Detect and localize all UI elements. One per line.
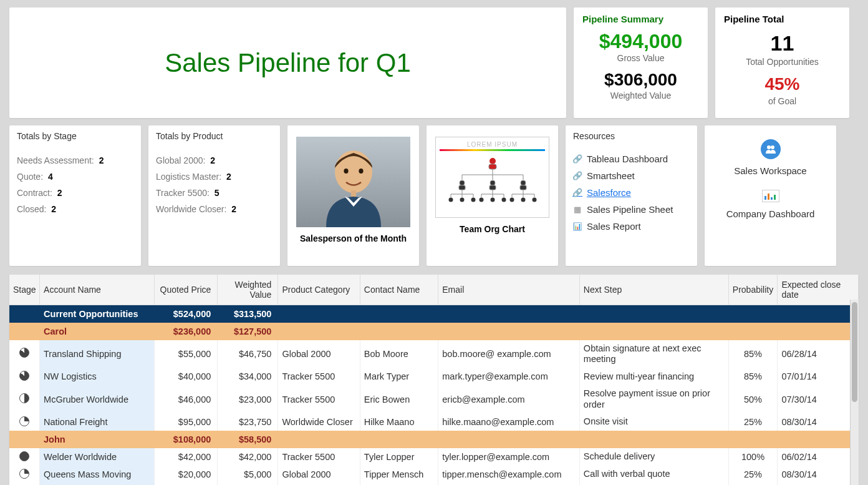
column-header[interactable]: Contact Name xyxy=(360,275,438,305)
resources-card: Resources 🔗Tableau Dashboard🔗Smartsheet🔗… xyxy=(566,125,697,266)
quoted-price: $40,000 xyxy=(155,368,218,385)
stage-label: Needs Assessment: xyxy=(17,155,94,165)
quoted-price: $46,000 xyxy=(155,385,218,413)
org-placeholder: LOREM IPSUM xyxy=(440,141,545,148)
email: tipper.mensch@example.com xyxy=(438,466,580,483)
next-step: Onsite visit xyxy=(579,413,728,431)
account-name: Welder Worldwide xyxy=(40,448,155,466)
next-step: Resolve payment issue on prior order xyxy=(579,385,728,413)
contact-name: Tyler Lopper xyxy=(360,448,438,466)
column-header[interactable]: Product Category xyxy=(278,275,360,305)
rep-name: Carol xyxy=(40,323,155,340)
email: hilke.maano@example.com xyxy=(438,413,580,431)
email: ericb@example.com xyxy=(438,385,580,413)
column-header[interactable]: Weighted Value xyxy=(218,275,278,305)
quoted-price: $95,000 xyxy=(155,413,218,431)
totals-by-product-card: Totals by Product Global 2000: 2Logistic… xyxy=(148,125,280,266)
table-row[interactable]: McGruber Worldwide $46,000 $23,000 Track… xyxy=(9,385,859,413)
table-row[interactable]: Queens Mass Moving $20,000 $5,000 Global… xyxy=(9,466,859,483)
table-row[interactable]: Transland Shipping $55,000 $46,750 Globa… xyxy=(9,340,859,368)
column-header[interactable]: Quoted Price xyxy=(155,275,218,305)
table-row[interactable]: Welder Worldwide $42,000 $42,000 Tracker… xyxy=(9,448,859,466)
workspace-card: Sales Workspace Company Dashboard xyxy=(705,125,836,266)
stage-pie-icon xyxy=(19,393,29,403)
resources-title: Resources xyxy=(566,125,697,147)
pipeline-total-card: Pipeline Total 11 Total Opportunities 45… xyxy=(715,7,849,118)
svg-point-42 xyxy=(771,145,774,149)
product-value: 2 xyxy=(226,172,231,182)
product-value: 5 xyxy=(215,188,219,198)
svg-point-24 xyxy=(460,198,465,202)
rep-weighted: $127,500 xyxy=(218,323,278,340)
table-scrollthumb[interactable] xyxy=(852,302,857,402)
sheet-icon: ▦ xyxy=(573,205,582,214)
stage-value: 4 xyxy=(48,172,53,182)
workspace-label-1[interactable]: Sales Workspace xyxy=(713,165,827,176)
stage-pie-icon xyxy=(19,348,29,358)
close-date: 08/30/14 xyxy=(778,466,859,483)
dashboard-icon[interactable] xyxy=(762,190,779,202)
weighted-value: $306,000 xyxy=(582,69,699,91)
column-header[interactable]: Expected close date xyxy=(778,275,859,305)
svg-rect-16 xyxy=(520,185,526,190)
product-row: Worldwide Closer: 2 xyxy=(156,204,272,214)
column-header[interactable]: Email xyxy=(438,275,580,305)
resource-label: Sales Report xyxy=(587,221,641,232)
svg-rect-46 xyxy=(774,195,776,200)
resource-item[interactable]: 🔗Salesforce xyxy=(573,184,690,201)
salesperson-card[interactable]: Salesperson of the Month xyxy=(287,125,419,266)
probability: 100% xyxy=(728,448,778,466)
resource-item[interactable]: 🔗Tableau Dashboard xyxy=(573,150,690,167)
account-name: McGruber Worldwide xyxy=(40,385,155,413)
opportunities-table: StageAccount NameQuoted PriceWeighted Va… xyxy=(9,275,859,485)
resource-item[interactable]: 🔗Smartsheet xyxy=(573,167,690,184)
stage-pie-icon xyxy=(19,469,29,479)
svg-point-29 xyxy=(510,198,514,202)
contact-name: Hilke Maano xyxy=(360,413,438,431)
close-date: 06/02/14 xyxy=(778,448,859,466)
product-label: Tracker 5500: xyxy=(156,188,210,198)
table-row[interactable]: Current Opportunities$524,000$313,500 xyxy=(9,305,859,323)
product-card-title: Totals by Product xyxy=(148,125,280,147)
weighted-value: $5,000 xyxy=(218,466,278,483)
org-chart-label: Team Org Chart xyxy=(435,224,549,234)
column-header[interactable]: Account Name xyxy=(40,275,155,305)
stage-value: 2 xyxy=(57,188,62,198)
contact-name: Eric Bowen xyxy=(360,385,438,413)
stage-label: Quote: xyxy=(17,172,43,182)
summary-title: Pipeline Summary xyxy=(582,14,699,24)
goal-label: of Goal xyxy=(724,96,841,106)
table-row[interactable]: Carol$236,000$127,500 xyxy=(9,323,859,340)
org-chart-card[interactable]: LOREM IPSUM xyxy=(427,125,558,266)
title-card: Sales Pipeline for Q1 xyxy=(9,7,566,118)
workspace-icon[interactable] xyxy=(761,139,781,159)
svg-point-31 xyxy=(533,198,537,202)
svg-rect-43 xyxy=(764,196,766,200)
next-step: Obtain signature at next exec meeting xyxy=(579,340,728,368)
column-header[interactable]: Stage xyxy=(9,275,40,305)
resource-label: Sales Pipeline Sheet xyxy=(587,204,673,215)
weighted-value: $46,750 xyxy=(218,340,278,368)
table-row[interactable]: John$108,000$58,500 xyxy=(9,431,859,448)
resource-item[interactable]: 📊Sales Report xyxy=(573,218,690,235)
section-weighted: $313,500 xyxy=(218,305,278,323)
rep-quoted: $236,000 xyxy=(155,323,218,340)
probability: 85% xyxy=(728,368,778,385)
table-scrollbar[interactable] xyxy=(850,300,859,485)
quoted-price: $55,000 xyxy=(155,340,218,368)
table-row[interactable]: NW Logistics $40,000 $34,000 Tracker 550… xyxy=(9,368,859,385)
resource-item[interactable]: ▦Sales Pipeline Sheet xyxy=(573,201,690,218)
workspace-label-2[interactable]: Company Dashboard xyxy=(713,208,827,219)
link-icon: 🔗 xyxy=(573,155,582,164)
product-category: Tracker 5500 xyxy=(278,368,360,385)
stage-pie-icon xyxy=(19,451,29,461)
table-row[interactable]: National Freight $95,000 $23,750 Worldwi… xyxy=(9,413,859,431)
product-row: Tracker 5500: 5 xyxy=(156,188,272,198)
totals-by-stage-card: Totals by Stage Needs Assessment: 2Quote… xyxy=(9,125,141,266)
rep-name: John xyxy=(40,431,155,448)
weighted-value: $23,750 xyxy=(218,413,278,431)
column-header[interactable]: Probability xyxy=(728,275,778,305)
stage-value: 2 xyxy=(99,155,104,165)
total-count-label: Total Opportunities xyxy=(724,57,841,67)
column-header[interactable]: Next Step xyxy=(579,275,728,305)
